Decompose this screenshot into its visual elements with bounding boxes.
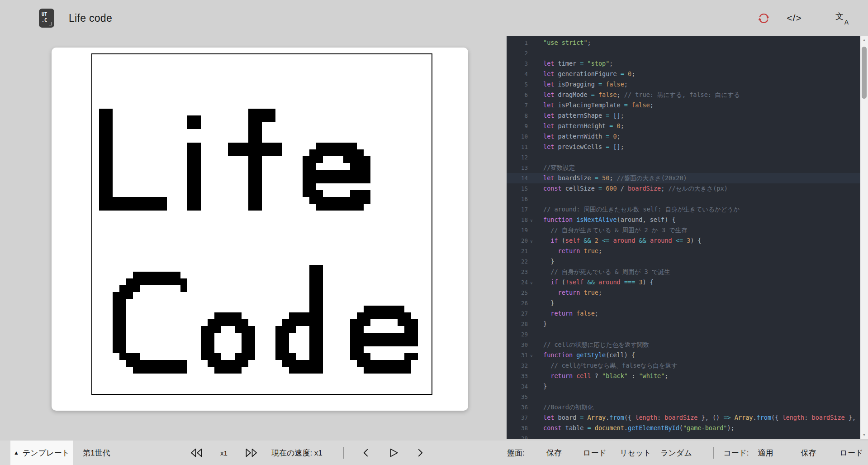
template-button[interactable]: ▲ テンプレート [10, 441, 73, 465]
code-line[interactable]: 38const table = document.getElementById(… [507, 423, 860, 433]
code-line[interactable]: 3let timer = "stop"; [507, 58, 860, 69]
code-line[interactable]: 24∨ if (!self && around === 3) { [507, 277, 860, 288]
code-text: let boardSize = 50; //盤面の大きさ(20x20) [535, 173, 687, 183]
speed-badge: x1 [217, 449, 231, 457]
editor-scrollbar[interactable]: ▲ ▼ [860, 36, 868, 439]
code-text: //変数設定 [535, 163, 575, 173]
code-line[interactable]: 19 // 自身が生きている & 周囲が 2 か 3 で生存 [507, 225, 860, 235]
code-line[interactable]: 18∨function isNextAlive(around, self) { [507, 215, 860, 225]
code-editor-toggle-icon[interactable]: </> [787, 12, 801, 24]
code-line[interactable]: 37let board = Array.from({ length: board… [507, 412, 860, 423]
code-text: let isPlacingTemplate = false; [535, 100, 654, 110]
fold-spacer [528, 413, 535, 424]
step-back-button[interactable] [362, 448, 369, 458]
code-line[interactable]: 15const cellSize = 600 / boardSize; //セル… [507, 183, 860, 194]
code-line[interactable]: 33 return cell ? "black" : "white"; [507, 371, 860, 381]
speed-down-button[interactable] [190, 448, 203, 458]
board-save-button[interactable]: 保存 [534, 448, 574, 458]
code-save-button[interactable]: 保存 [787, 448, 830, 458]
code-line[interactable]: 14let boardSize = 50; //盤面の大きさ(20x20) [507, 173, 860, 183]
line-number: 14 [507, 173, 528, 183]
code-line[interactable]: 13//変数設定 [507, 163, 860, 173]
code-line[interactable]: 25 return true; [507, 288, 860, 298]
code-line[interactable]: 29 [507, 329, 860, 340]
code-line[interactable]: 6let dragMode = false; // true: 黒にする, fa… [507, 90, 860, 100]
board-reset-button[interactable]: リセット [615, 448, 656, 458]
fold-spacer [528, 38, 535, 49]
step-forward-button[interactable] [417, 448, 424, 458]
fold-spacer [528, 309, 535, 320]
line-number: 36 [507, 402, 528, 412]
translate-glyph-box: 文 A [835, 12, 849, 24]
toolbar-divider-2 [713, 447, 714, 459]
code-line[interactable]: 17// around: 周囲の生きたセル数 self: 自身が生きているかどう… [507, 204, 860, 215]
play-button[interactable] [388, 448, 399, 458]
code-line[interactable]: 20∨ if (self && 2 <= around && around <=… [507, 235, 860, 246]
scrollbar-up-arrow[interactable]: ▲ [860, 37, 868, 43]
code-line[interactable]: 23 // 自身が死んでいる & 周囲が 3 で誕生 [507, 267, 860, 277]
code-line[interactable]: 16 [507, 194, 860, 204]
code-line[interactable]: 10let patternWidth = 0; [507, 131, 860, 142]
fold-spacer [528, 382, 535, 393]
fold-arrow-icon[interactable]: ∨ [528, 351, 535, 361]
code-line[interactable]: 12 [507, 152, 860, 163]
code-line[interactable]: 39 [507, 433, 860, 439]
fold-spacer [528, 59, 535, 70]
code-text: return true; [535, 288, 602, 298]
line-number: 6 [507, 90, 528, 100]
code-line[interactable]: 21 return true; [507, 246, 860, 256]
line-number: 2 [507, 48, 528, 58]
code-line[interactable]: 34} [507, 381, 860, 392]
current-speed-label: 現在の速度: x1 [271, 448, 323, 458]
line-number: 12 [507, 152, 528, 163]
generation-counter: 第1世代 [83, 448, 110, 458]
triangle-up-icon: ▲ [14, 450, 19, 456]
speed-up-button[interactable] [245, 448, 258, 458]
fold-arrow-icon[interactable]: ∨ [528, 278, 535, 288]
skip-forward-icon [245, 448, 258, 458]
code-editor[interactable]: 1"use strict";23let timer = "stop";4let … [507, 36, 860, 439]
board-load-button[interactable]: ロード [574, 448, 615, 458]
code-line[interactable]: 28} [507, 319, 860, 329]
fold-spacer [528, 195, 535, 205]
chevron-right-icon [417, 448, 424, 458]
play-icon [388, 448, 399, 458]
code-line[interactable]: 1"use strict"; [507, 38, 860, 48]
code-text [535, 329, 543, 340]
code-line[interactable]: 7let isPlacingTemplate = false; [507, 100, 860, 110]
code-line[interactable]: 35 [507, 392, 860, 402]
translate-icon[interactable]: 文 A [835, 12, 849, 24]
code-line[interactable]: 11let previewCells = []; [507, 142, 860, 152]
code-line[interactable]: 27 return false; [507, 308, 860, 319]
line-number: 34 [507, 381, 528, 392]
code-text: const cellSize = 600 / boardSize; //セルの大… [535, 183, 728, 194]
code-load-button[interactable]: ロード [830, 448, 868, 458]
code-apply-button[interactable]: 適用 [744, 448, 787, 458]
code-line[interactable]: 32 // cellがtrueなら黒、falseなら白を返す [507, 360, 860, 371]
scrollbar-thumb[interactable] [862, 47, 867, 99]
code-text: // 自身が死んでいる & 周囲が 3 で誕生 [535, 267, 670, 277]
code-line[interactable]: 36//Boardの初期化 [507, 402, 860, 412]
code-line[interactable]: 5let isDragging = false; [507, 79, 860, 90]
code-line[interactable]: 8let patternShape = []; [507, 110, 860, 121]
board-random-button[interactable]: ランダム [656, 448, 697, 458]
code-line[interactable]: 9let patternHeight = 0; [507, 121, 860, 131]
code-line[interactable]: 22 } [507, 256, 860, 267]
game-board[interactable] [91, 53, 432, 395]
code-line[interactable]: 30// cellの状態に応じた色を返す関数 [507, 340, 860, 350]
code-line[interactable]: 31∨function getStyle(cell) { [507, 350, 860, 360]
code-line[interactable]: 4let generationFigure = 0; [507, 69, 860, 79]
refresh-icon[interactable] [757, 12, 770, 24]
code-line[interactable]: 26 } [507, 298, 860, 308]
fold-arrow-icon[interactable]: ∨ [528, 216, 535, 226]
line-number: 29 [507, 329, 528, 340]
code-text: return true; [535, 246, 602, 256]
fold-spacer [528, 184, 535, 195]
line-number: 21 [507, 246, 528, 256]
scrollbar-down-arrow[interactable]: ▼ [860, 432, 868, 438]
fold-arrow-icon[interactable]: ∨ [528, 236, 535, 247]
code-text: //Boardの初期化 [535, 402, 593, 412]
fold-spacer [528, 434, 535, 439]
code-line[interactable]: 2 [507, 48, 860, 58]
code-text: if (self && 2 <= around && around <= 3) … [535, 235, 702, 246]
